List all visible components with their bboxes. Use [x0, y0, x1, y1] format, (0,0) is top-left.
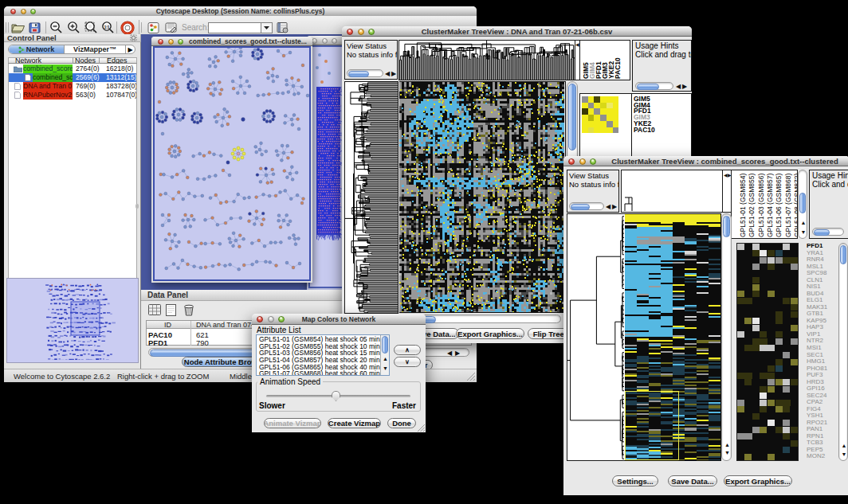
svg-text:1:1: 1:1 — [104, 25, 109, 29]
svg-text:Search:: Search: — [182, 23, 209, 32]
